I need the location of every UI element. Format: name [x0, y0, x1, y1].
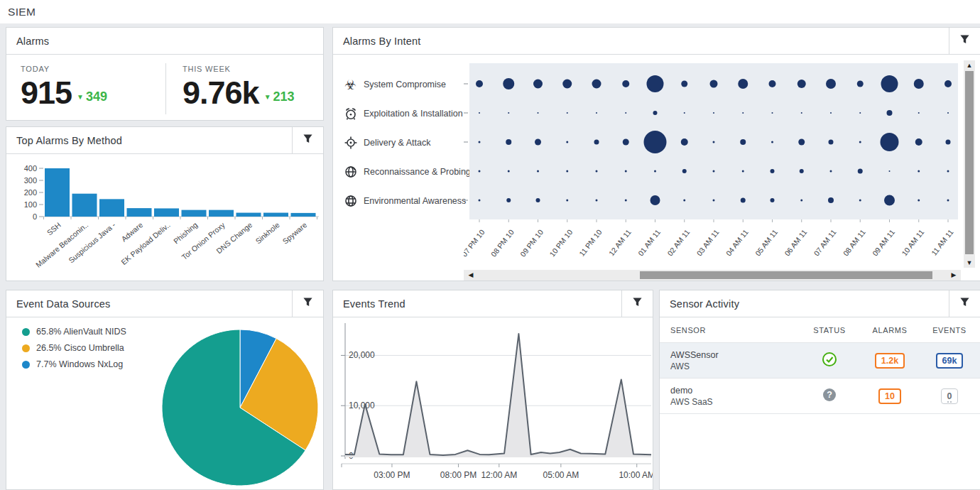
down-arrow-icon: ▼	[264, 93, 271, 101]
svg-text:11 PM 10: 11 PM 10	[577, 228, 604, 258]
legend-dot	[22, 344, 30, 352]
vertical-scrollbar-thumb[interactable]	[965, 71, 974, 254]
down-arrow-icon: ▼	[77, 93, 84, 101]
alarms-by-intent-panel: Alarms By Intent ☣ System Compromise	[332, 27, 980, 281]
events-badge[interactable]: 0	[941, 388, 959, 404]
alarms-panel-title: Alarms	[16, 36, 49, 47]
event-data-sources-title: Event Data Sources	[16, 298, 111, 310]
alarms-today-delta: 349	[86, 89, 107, 104]
table-row: AWSSensor AWS 1.2k 69k	[660, 343, 980, 379]
events-trend-body: 010,00020,00003:00 PM08:00 PM12:00 AM05:…	[333, 317, 653, 490]
intent-row-system-compromise[interactable]: ☣ System Compromise	[343, 77, 446, 92]
alarms-panel-body: TODAY 915 ▼ 349 THIS WEEK 9.76k ▼ 213	[6, 55, 323, 121]
biohazard-icon: ☣	[343, 77, 358, 92]
svg-text:10 AM 11: 10 AM 11	[900, 228, 925, 258]
svg-text:07 PM 10: 07 PM 10	[464, 228, 486, 258]
svg-text:09 AM 11: 09 AM 11	[871, 228, 896, 258]
svg-text:20,000: 20,000	[349, 350, 375, 360]
event-data-sources-header: Event Data Sources	[6, 290, 323, 317]
svg-text:03:00 PM: 03:00 PM	[374, 470, 410, 480]
alarms-by-intent-bubble-chart: 07 PM 1008 PM 1009 PM 1010 PM 1011 PM 10…	[464, 63, 964, 268]
svg-text:07 AM 11: 07 AM 11	[812, 228, 837, 258]
intent-row-exploitation-installation[interactable]: Exploitation & Installation	[343, 106, 463, 121]
event-data-sources-pie-chart	[158, 325, 322, 490]
column-header-events: EVENTS	[919, 326, 980, 334]
filter-button[interactable]	[621, 290, 653, 317]
scroll-down-icon[interactable]: ▼	[964, 258, 975, 268]
crosshair-icon	[343, 136, 358, 151]
status-cell: ?	[798, 387, 861, 405]
legend-item[interactable]: 7.7% Windows NxLog	[22, 359, 126, 369]
svg-text:200: 200	[24, 188, 37, 197]
events-trend-area-chart: 010,00020,00003:00 PM08:00 PM12:00 AM05:…	[333, 317, 653, 489]
divider	[165, 63, 166, 114]
vertical-scrollbar[interactable]: ▲ ▼	[964, 60, 975, 268]
alarms-cell: 1.2k	[861, 353, 919, 369]
intent-row-reconnaissance-probing[interactable]: Reconnaissance & Probing	[343, 164, 471, 180]
sensor-table-header: SENSOR STATUS ALARMS EVENTS	[660, 317, 980, 343]
alarms-week-value: 9.76k	[183, 75, 259, 111]
filter-button[interactable]	[949, 28, 980, 54]
filter-button[interactable]	[292, 127, 323, 153]
svg-text:?: ?	[827, 390, 832, 400]
event-data-sources-body: 65.8% AlienVault NIDS 26.5% Cisco Umbrel…	[6, 317, 323, 490]
svg-text:08 AM 11: 08 AM 11	[842, 228, 867, 258]
events-cell: 69k	[919, 353, 980, 369]
alarms-badge[interactable]: 1.2k	[875, 353, 905, 369]
filter-button[interactable]	[292, 290, 323, 317]
sensor-activity-panel: Sensor Activity SENSOR STATUS ALARMS EVE…	[659, 290, 980, 490]
svg-text:0: 0	[33, 212, 37, 221]
svg-text:Sinkhole: Sinkhole	[254, 220, 281, 245]
globe-icon	[343, 194, 358, 209]
sensor-activity-body: SENSOR STATUS ALARMS EVENTS AWSSensor AW…	[660, 317, 980, 414]
question-circle-icon: ?	[822, 393, 837, 405]
sensor-activity-header: Sensor Activity	[660, 290, 980, 317]
svg-text:08:00 PM: 08:00 PM	[440, 470, 477, 480]
filter-icon	[959, 34, 970, 48]
alarms-badge[interactable]: 10	[878, 388, 901, 404]
svg-text:300: 300	[24, 176, 37, 185]
horizontal-scrollbar[interactable]: ◀ ▶	[464, 270, 961, 281]
column-header-sensor: SENSOR	[660, 326, 798, 334]
intent-row-environmental-awareness[interactable]: Environmental Awareness	[343, 193, 466, 209]
column-header-status: STATUS	[798, 326, 861, 334]
legend-item[interactable]: 65.8% AlienVault NIDS	[22, 327, 126, 337]
legend-item[interactable]: 26.5% Cisco Umbrella	[22, 343, 126, 353]
svg-text:12:00 AM: 12:00 AM	[481, 470, 517, 480]
top-alarms-panel-title: Top Alarms By Method	[16, 135, 122, 146]
events-cell: 0	[919, 388, 980, 404]
alarms-by-intent-body: ☣ System Compromise Exploitation & Insta…	[333, 55, 980, 281]
svg-text:10:00 AM: 10:00 AM	[619, 470, 653, 480]
filter-button[interactable]	[949, 290, 980, 317]
svg-text:SSH: SSH	[45, 220, 62, 236]
filter-icon	[303, 134, 313, 147]
page-title: SIEM	[8, 6, 36, 18]
horizontal-scrollbar-thumb[interactable]	[640, 271, 932, 279]
sensor-name-cell[interactable]: AWSSensor AWS	[660, 349, 798, 372]
svg-text:Malware Beaconin..: Malware Beaconin..	[34, 220, 89, 268]
intent-row-delivery-attack[interactable]: Delivery & Attack	[343, 135, 430, 151]
alarms-today-stat[interactable]: TODAY 915 ▼ 349	[21, 62, 171, 121]
svg-text:04 AM 11: 04 AM 11	[724, 228, 750, 258]
scroll-up-icon[interactable]: ▲	[964, 60, 975, 70]
globe-search-icon	[343, 165, 358, 180]
scroll-left-icon[interactable]: ◀	[465, 270, 477, 281]
svg-text:11 AM 11: 11 AM 11	[930, 228, 955, 257]
sensor-name-cell[interactable]: demo AWS SaaS	[660, 385, 798, 408]
alarms-cell: 10	[861, 388, 919, 404]
alarms-week-stat[interactable]: THIS WEEK 9.76k ▼ 213	[171, 62, 322, 121]
filter-icon	[959, 297, 970, 310]
legend-dot	[22, 361, 30, 369]
svg-text:05:00 AM: 05:00 AM	[543, 470, 579, 480]
legend-dot	[22, 328, 30, 336]
svg-text:Adware: Adware	[119, 220, 144, 243]
dashboard: Alarms TODAY 915 ▼ 349 THIS WEEK 9.76k	[0, 23, 980, 490]
top-alarms-bar-chart: 0100200300400SSHMalware Beaconin..Suspic…	[6, 154, 323, 281]
svg-text:400: 400	[24, 164, 37, 173]
svg-text:09 PM 10: 09 PM 10	[518, 228, 545, 258]
filter-icon	[632, 297, 643, 310]
events-badge[interactable]: 69k	[936, 353, 964, 369]
scroll-right-icon[interactable]: ▶	[948, 270, 959, 281]
svg-text:05 AM 11: 05 AM 11	[753, 228, 779, 258]
alarms-panel-header: Alarms	[6, 28, 323, 55]
